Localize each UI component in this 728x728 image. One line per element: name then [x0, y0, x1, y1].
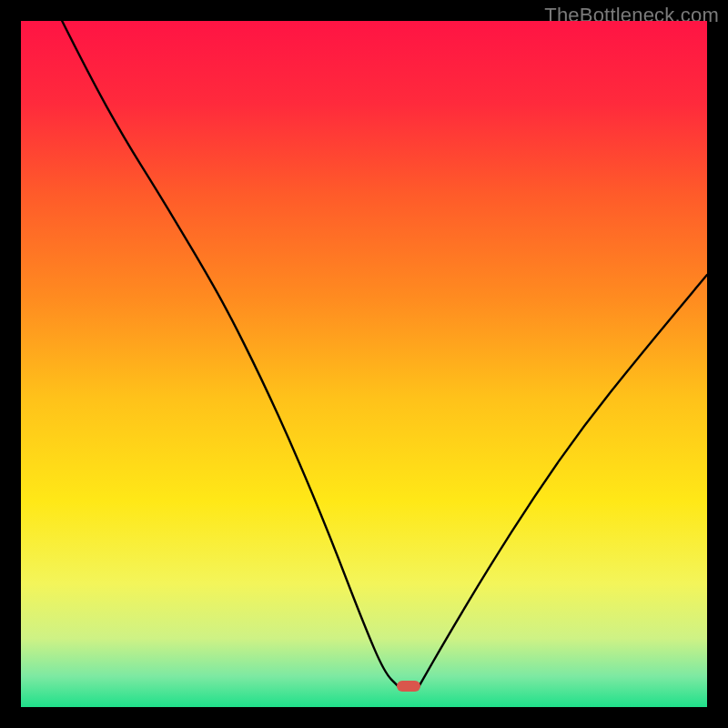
plot-svg [21, 21, 707, 707]
plot-area [21, 21, 707, 707]
gradient-rect [21, 21, 707, 707]
optimal-marker [397, 681, 420, 692]
chart-frame: TheBottleneck.com [0, 0, 728, 728]
